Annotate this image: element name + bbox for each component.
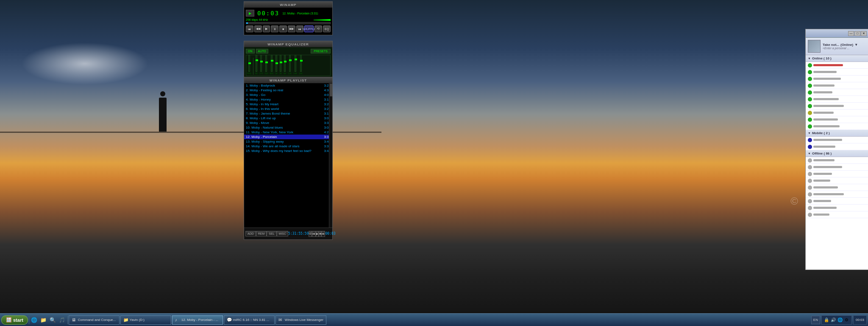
eq-preamp-slider-track[interactable] — [248, 55, 250, 72]
winamp-eq-button[interactable]: EQ — [323, 25, 331, 32]
winamp-pause-button[interactable]: ⏸ — [271, 25, 278, 32]
pl-track-10[interactable]: 10. Moby - Natural blues 3:02 — [244, 125, 332, 130]
winamp-eq-presets-button[interactable]: PRESETS — [311, 49, 331, 53]
msn-group-offline[interactable]: ▼ Offline ( 86 ) — [806, 150, 868, 157]
winamp-titlebar[interactable]: WINAMP — [244, 2, 332, 8]
eq-16k-track[interactable] — [300, 55, 302, 72]
pl-track-5[interactable]: 5. Moby - In My Heart 3:20 — [244, 102, 332, 107]
pl-track-11[interactable]: 11. Moby - New York, New York 4:26 — [244, 130, 332, 135]
taskbar-task-cnc[interactable]: 🖥 Command and Conque... — [69, 315, 120, 325]
msn-contact-offline-7[interactable] — [806, 198, 868, 205]
winamp-rew-button[interactable]: ◀◀ — [254, 25, 262, 32]
msn-avatar[interactable] — [808, 40, 821, 53]
eq-310-slider[interactable] — [265, 62, 268, 63]
pl-rem-button[interactable]: REM — [256, 231, 267, 236]
pl-track-13[interactable]: 13. Moby - Slipping away 3:40 — [244, 139, 332, 144]
msn-contact-7[interactable] — [806, 103, 868, 110]
pl-track-6[interactable]: 6. Moby - In this world 3:26 — [244, 107, 332, 111]
winamp-volume-bar[interactable] — [314, 19, 331, 21]
pl-sel-button[interactable]: SEL — [267, 231, 276, 236]
msn-contact-5[interactable] — [806, 89, 868, 96]
winamp-play-indicator[interactable]: ▶ — [246, 10, 254, 17]
tray-icon-3[interactable]: 🌐 — [837, 317, 843, 323]
msn-contact-9[interactable] — [806, 116, 868, 123]
msn-contact-6[interactable] — [806, 96, 868, 103]
msn-contact-mobile-1[interactable] — [806, 137, 868, 143]
msn-contact-8[interactable] — [806, 110, 868, 116]
pl-settings-icon[interactable]: ⚙ — [309, 231, 312, 237]
winamp-stop-button[interactable]: ■ — [279, 25, 287, 32]
pl-track-8[interactable]: 8. Moby - Lift me up 3:07 — [244, 116, 332, 121]
playlist-scrollbar[interactable] — [329, 83, 332, 228]
pl-add-button[interactable]: ADD — [245, 231, 256, 236]
eq-60-track[interactable] — [256, 55, 257, 72]
msn-contact-offline-3[interactable] — [806, 171, 868, 177]
taskbar-task-mirc[interactable]: 💬 mIRC 6.16 :: NN 3.81 ... — [224, 315, 275, 325]
msn-contact-offline-6[interactable] — [806, 191, 868, 198]
eq-600-track[interactable] — [271, 55, 273, 72]
msn-status-dropdown-icon[interactable]: ▼ — [854, 43, 858, 47]
eq-3k-slider[interactable] — [280, 62, 282, 63]
eq-12k-slider[interactable] — [289, 59, 292, 61]
eq-preamp-slider[interactable] — [248, 62, 251, 64]
msn-personal-message[interactable]: <Enter a personal ... — [823, 47, 866, 50]
msn-group-mobile[interactable]: ▼ Mobile ( 2 ) — [806, 130, 868, 137]
eq-1k-slider[interactable] — [275, 62, 278, 64]
pl-transport-next[interactable]: ⏭ — [321, 231, 325, 237]
pl-transport-play[interactable]: ▶ — [316, 231, 319, 237]
msn-close-button[interactable]: ✕ — [861, 31, 867, 36]
msn-contact-2[interactable] — [806, 69, 868, 76]
msn-contact-10[interactable] — [806, 123, 868, 130]
msn-contact-mobile-2[interactable] — [806, 143, 868, 150]
pl-track-4[interactable]: 4. Moby - Honey 3:19 — [244, 97, 332, 102]
eq-170-track[interactable] — [260, 55, 262, 72]
tray-icon-2[interactable]: 🔊 — [830, 317, 836, 323]
taskbar-media-icon[interactable]: 🎵 — [58, 316, 67, 324]
msn-contact-offline-9[interactable] — [806, 211, 868, 218]
taskbar-language-indicator[interactable]: EN — [811, 316, 820, 324]
msn-maximize-button[interactable]: □ — [854, 31, 860, 36]
winamp-eq-on-button[interactable]: ON — [246, 49, 255, 53]
winamp-fwd-button[interactable]: ▶▶ — [288, 25, 295, 32]
pl-track-7[interactable]: 7. Moby - James Bond theme 3:13 — [244, 111, 332, 116]
eq-310-track[interactable] — [265, 55, 267, 72]
msn-contact-offline-4[interactable] — [806, 177, 868, 184]
eq-6k-slider[interactable] — [284, 61, 287, 62]
eq-1k-track[interactable] — [275, 55, 277, 72]
taskbar-task-msn[interactable]: ✉ Windows Live Messenger — [275, 315, 326, 325]
eq-600-slider[interactable] — [271, 60, 273, 62]
playlist-scrollbar-thumb[interactable] — [330, 84, 332, 96]
pl-track-9[interactable]: 9. Moby - Move 3:38 — [244, 121, 332, 125]
msn-contact-3[interactable] — [806, 76, 868, 82]
pl-track-12[interactable]: 12. Moby - Porcelain 3:31 — [244, 135, 332, 139]
eq-16k-slider[interactable] — [300, 60, 303, 62]
taskbar-folder-icon[interactable]: 📁 — [39, 316, 48, 324]
pl-track-2[interactable]: 2. Moby - Feeling so real 4:34 — [244, 88, 332, 93]
taskbar-internet-icon[interactable]: 🌐 — [30, 316, 39, 324]
winamp-play-button[interactable]: ▶ — [263, 25, 270, 32]
msn-contact-offline-8[interactable] — [806, 205, 868, 211]
pl-track-3[interactable]: 3. Moby - Go 4:01 — [244, 93, 332, 97]
msn-minimize-button[interactable]: — — [848, 31, 854, 36]
msn-contact-offline-2[interactable] — [806, 164, 868, 171]
winamp-shuffle-button[interactable]: SHUFFLE — [304, 25, 314, 32]
eq-12k-track[interactable] — [289, 55, 291, 72]
winamp-eq-auto-button[interactable]: AUTO — [256, 49, 268, 53]
pl-track-14[interactable]: 14. Moby - We are all made of stars 3:36 — [244, 144, 332, 149]
pl-track-1[interactable]: 1. Moby - Bodyrock 3:22 — [244, 83, 332, 88]
tray-icon-1[interactable]: 🔒 — [823, 317, 829, 323]
pl-transport-prev[interactable]: ⏮ — [312, 231, 316, 237]
eq-170-slider[interactable] — [260, 61, 263, 62]
eq-14k-slider[interactable] — [295, 59, 297, 60]
winamp-prev-button[interactable]: ⏮ — [246, 25, 253, 32]
taskbar-search-icon[interactable]: 🔍 — [49, 316, 57, 324]
start-button[interactable]: 🪟 start — [1, 315, 28, 325]
taskbar-task-moby[interactable]: ♪ 12. Moby - Porcelain - ... — [172, 315, 223, 325]
taskbar-task-yavin[interactable]: 📁 Yavin (D:) — [120, 315, 171, 325]
winamp-pl-titlebar[interactable]: WINAMP PLAYLIST — [244, 77, 332, 83]
msn-contact-4[interactable] — [806, 82, 868, 89]
msn-contact-offline-1[interactable] — [806, 157, 868, 164]
msn-contact-offline-5[interactable] — [806, 184, 868, 191]
eq-60-slider[interactable] — [256, 59, 258, 61]
winamp-repeat-button[interactable]: ⟲ — [314, 25, 322, 32]
